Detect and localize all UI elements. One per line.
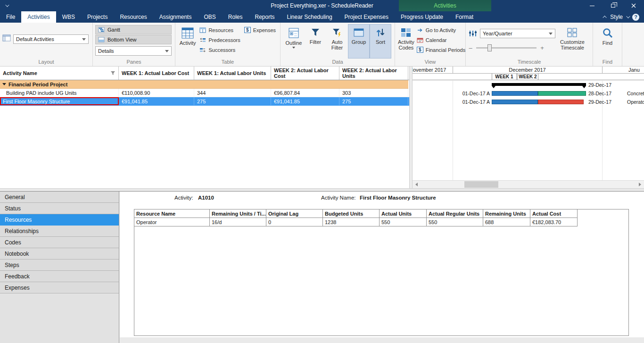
gantt-body: 29-Dec-17 01-Dec-17 A 28-Dec-17 Concrete… (413, 81, 644, 180)
column-filter-icon[interactable] (110, 71, 116, 75)
scroll-left-button[interactable] (413, 181, 421, 188)
ribbon-group-layout: Default Activities Layout (0, 23, 93, 66)
minimize-button[interactable] (582, 0, 603, 11)
gantt-horizontal-scrollbar[interactable] (413, 180, 644, 188)
activity-table-icon (181, 27, 194, 39)
col-actual-cost[interactable]: Actual Cost (530, 209, 578, 218)
quick-access-toolbar-icon[interactable] (0, 4, 13, 7)
table-row-selected[interactable]: First Floor Masonry Structure €91,041.85… (0, 97, 409, 106)
group-label-panes: Panes (95, 59, 173, 66)
activity-button[interactable]: Activity (178, 24, 198, 59)
summary-bar-start-icon (492, 86, 495, 88)
successors-button[interactable]: Successors (198, 45, 242, 55)
expenses-button[interactable]: $ Expenses (242, 25, 278, 35)
resources-button[interactable]: Resources (198, 25, 242, 35)
menu-wbs[interactable]: WBS (56, 11, 81, 23)
layout-combobox[interactable]: Default Activities (13, 34, 89, 44)
column-header-activity-name[interactable]: Activity Name (0, 67, 119, 80)
menu-reports[interactable]: Reports (248, 11, 281, 23)
column-header-week2-units[interactable]: WEEK 2: Actual Labor Units (339, 67, 408, 80)
actual-bar[interactable] (492, 91, 538, 96)
menu-project-expenses[interactable]: Project Expenses (339, 11, 395, 23)
bottom-view-toggle-button[interactable]: Bottom View (95, 35, 172, 44)
vertical-splitter[interactable] (409, 67, 413, 188)
resources-grid-row[interactable]: Operator 16/d 0 1238 550 550 688 €182,08… (134, 218, 628, 226)
remaining-bar[interactable] (538, 91, 586, 96)
tab-expenses[interactable]: Expenses (0, 282, 119, 293)
menu-roles[interactable]: Roles (222, 11, 249, 23)
gantt-week-header: WEEK 1 WEEK 2 (413, 74, 644, 80)
tab-status[interactable]: Status (0, 203, 119, 214)
tab-general[interactable]: General (0, 192, 119, 203)
tab-resources[interactable]: Resources (0, 214, 119, 226)
week2-header: WEEK 2 (517, 74, 538, 80)
scroll-right-button[interactable] (636, 181, 644, 188)
bar-start-date: 01-Dec-17 A (413, 91, 490, 96)
style-expand-icon[interactable] (626, 14, 630, 18)
timescale-slider[interactable] (476, 47, 537, 49)
col-original-lag[interactable]: Original Lag (266, 209, 323, 218)
restore-button[interactable] (603, 0, 623, 11)
auto-filter-icon (331, 27, 343, 38)
col-budgeted-units[interactable]: Budgeted Units (323, 209, 380, 218)
critical-remaining-bar[interactable] (538, 100, 584, 104)
zoom-in-button[interactable]: + (540, 44, 545, 51)
group-button[interactable]: Group (348, 24, 370, 59)
filter-button[interactable]: Filter (305, 24, 326, 59)
help-icon[interactable]: ? (632, 14, 639, 21)
menu-file[interactable]: File (0, 11, 21, 23)
close-button[interactable] (623, 0, 644, 11)
auto-filter-button[interactable]: Auto Filter (326, 24, 348, 59)
gantt-toggle-button[interactable]: Gantt (95, 25, 172, 34)
ribbon-group-data: Outline Filter Auto Filter Group (281, 23, 395, 66)
style-collapse-icon[interactable] (603, 16, 607, 19)
successors-icon (199, 47, 206, 53)
menu-progress-update[interactable]: Progress Update (395, 11, 449, 23)
details-combobox[interactable]: Details (95, 46, 172, 56)
bar-end-date: 29-Dec-17 (588, 82, 611, 88)
col-resource-name[interactable]: Resource Name (134, 209, 210, 218)
customize-timescale-button[interactable]: Customize Timescale (558, 24, 586, 59)
calendar-button[interactable]: Calendar (415, 35, 467, 45)
ribbon: Default Activities Layout Gantt Bottom V… (0, 23, 644, 67)
sort-button[interactable]: Sort (370, 24, 391, 59)
scrollbar-thumb[interactable] (464, 181, 498, 188)
go-to-activity-button[interactable]: Go to Activity (415, 25, 467, 35)
style-label[interactable]: Style (610, 14, 623, 20)
col-actual-regular-units[interactable]: Actual Regular Units (427, 209, 483, 218)
tab-steps[interactable]: Steps (0, 259, 119, 271)
month-label-december: December 2017 (453, 67, 602, 73)
activity-codes-button[interactable]: Activity Codes (397, 24, 415, 59)
tab-notebook[interactable]: Notebook (0, 248, 119, 259)
zoom-out-button[interactable]: – (468, 44, 473, 51)
column-header-week1-units[interactable]: WEEK 1: Actual Labor Units (194, 67, 271, 80)
menu-obs[interactable]: OBS (198, 11, 222, 23)
column-header-week1-cost[interactable]: WEEK 1: Actual Labor Cost (119, 67, 194, 80)
menu-activities[interactable]: Activities (21, 11, 56, 23)
financial-periods-button[interactable]: $ Financial Periods (415, 45, 467, 55)
table-row[interactable]: Building PAD include UG Units €110,008.9… (0, 89, 409, 97)
col-remaining-units-time[interactable]: Remaining Units / Ti... (210, 209, 266, 218)
group-row-financial-period-project[interactable]: Financial Period Project (0, 80, 408, 89)
tab-feedback[interactable]: Feedback (0, 271, 119, 282)
ribbon-group-table: Activity Resources Predecessors Successo… (175, 23, 281, 66)
menu-resources[interactable]: Resources (114, 11, 153, 23)
menu-format[interactable]: Format (449, 11, 479, 23)
col-remaining-units[interactable]: Remaining Units (483, 209, 530, 218)
actual-bar[interactable] (492, 100, 538, 104)
col-actual-units[interactable]: Actual Units (380, 209, 427, 218)
collapse-triangle-icon[interactable] (2, 83, 6, 85)
menu-projects[interactable]: Projects (81, 11, 114, 23)
tab-relationships[interactable]: Relationships (0, 226, 119, 237)
activity-table-header: Activity Name WEEK 1: Actual Labor Cost … (0, 67, 409, 80)
predecessors-button[interactable]: Predecessors (198, 35, 242, 45)
summary-bar[interactable] (492, 83, 586, 86)
outline-button[interactable]: Outline (283, 24, 305, 59)
timescale-slider-thumb[interactable] (487, 44, 492, 51)
tab-codes[interactable]: Codes (0, 237, 119, 248)
timescale-combobox[interactable]: Year/Quarter (480, 29, 555, 38)
menu-assignments[interactable]: Assignments (153, 11, 198, 23)
find-button[interactable]: Find (597, 24, 619, 59)
menu-linear-scheduling[interactable]: Linear Scheduling (281, 11, 339, 23)
column-header-week2-cost[interactable]: WEEK 2: Actual Labor Cost (271, 67, 339, 80)
